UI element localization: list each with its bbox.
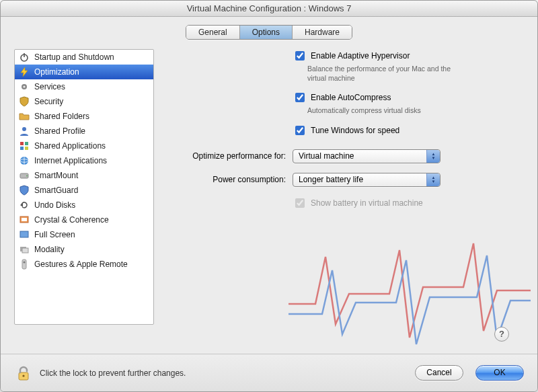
sidebar-item-internet-applications[interactable]: Internet Applications <box>15 153 153 168</box>
svg-rect-21 <box>22 260 26 269</box>
sidebar-item-label: Full Screen <box>34 230 75 239</box>
select-stepper-icon: ▲▼ <box>426 150 440 163</box>
sidebar-item-smartguard[interactable]: SmartGuard <box>15 183 153 198</box>
sidebar-item-label: Gestures & Apple Remote <box>34 260 128 269</box>
sidebar-item-label: SmartGuard <box>34 186 78 195</box>
svg-point-24 <box>22 375 24 377</box>
bolt-icon <box>19 67 30 77</box>
sidebar-item-shared-applications[interactable]: Shared Applications <box>15 139 153 153</box>
help-button[interactable]: ? <box>494 327 509 342</box>
autocompress-checkbox[interactable] <box>295 93 305 102</box>
sidebar-item-label: SmartMount <box>34 171 78 180</box>
svg-point-5 <box>22 127 26 131</box>
sidebar-item-label: Optimization <box>34 67 79 77</box>
footer-bar: Click the lock to prevent further change… <box>1 354 537 391</box>
tab-general[interactable]: General <box>186 26 240 39</box>
profile-icon <box>19 126 30 136</box>
content-area: Startup and ShutdownOptimizationServices… <box>1 40 537 354</box>
tab-options[interactable]: Options <box>240 26 293 39</box>
svg-rect-9 <box>25 147 28 150</box>
autocompress-checkbox-row[interactable]: Enable AutoCompress <box>293 91 524 104</box>
remote-icon <box>19 259 30 270</box>
sidebar-item-label: Undo Disks <box>34 200 75 210</box>
sidebar-item-label: Crystal & Coherence <box>34 215 109 225</box>
svg-rect-8 <box>20 147 24 150</box>
sidebar-item-label: Shared Applications <box>34 141 106 151</box>
sidebar-item-label: Shared Profile <box>34 126 85 136</box>
apps-icon <box>19 141 30 151</box>
select-stepper-icon: ▲▼ <box>426 173 440 186</box>
options-sidebar[interactable]: Startup and ShutdownOptimizationServices… <box>14 49 154 325</box>
sidebar-item-optimization[interactable]: Optimization <box>15 65 153 79</box>
autocompress-hint: Automatically compress virtual disks <box>307 106 469 115</box>
autocompress-label: Enable AutoCompress <box>311 93 391 102</box>
tab-segment: General Options Hardware <box>186 25 352 40</box>
battery-checkbox <box>295 198 305 208</box>
window-title: Virtual Machine Configuration : Windows … <box>1 1 537 17</box>
svg-rect-17 <box>22 218 27 221</box>
sidebar-item-label: Modality <box>34 245 65 254</box>
sidebar-item-services[interactable]: Services <box>15 79 153 94</box>
battery-label: Show battery in virtual machine <box>311 198 423 208</box>
detail-pane: Enable Adaptive Hypervisor Balance the p… <box>165 49 524 351</box>
sidebar-item-security[interactable]: Security <box>15 94 153 109</box>
drive-icon <box>19 170 30 181</box>
sidebar-item-label: Services <box>34 82 65 91</box>
svg-point-22 <box>24 262 26 264</box>
svg-point-14 <box>26 175 28 177</box>
tune-checkbox[interactable] <box>295 126 305 135</box>
svg-rect-20 <box>22 248 28 253</box>
fullscreen-icon <box>19 229 30 240</box>
svg-point-4 <box>23 85 25 87</box>
sidebar-item-label: Startup and Shutdown <box>34 52 114 62</box>
sidebar-item-shared-profile[interactable]: Shared Profile <box>15 124 153 139</box>
sidebar-item-modality[interactable]: Modality <box>15 242 153 257</box>
hypervisor-hint: Balance the performance of your Mac and … <box>307 64 469 83</box>
config-window: Virtual Machine Configuration : Windows … <box>0 0 538 392</box>
tab-hardware[interactable]: Hardware <box>293 26 352 39</box>
svg-marker-2 <box>21 67 28 77</box>
sidebar-item-undo-disks[interactable]: Undo Disks <box>15 198 153 212</box>
power-label: Power consumption: <box>171 175 286 184</box>
tune-checkbox-row[interactable]: Tune Windows for speed <box>293 124 524 137</box>
power-select[interactable]: Longer battery life ▲▼ <box>293 173 440 187</box>
hypervisor-checkbox[interactable] <box>295 51 305 61</box>
sidebar-item-label: Shared Folders <box>34 112 89 121</box>
power-icon <box>19 52 30 63</box>
sidebar-item-crystal-coherence[interactable]: Crystal & Coherence <box>15 212 153 227</box>
perf-label: Optimize performance for: <box>171 151 286 161</box>
globe-icon <box>19 155 30 166</box>
perf-value: Virtual machine <box>299 151 354 161</box>
cancel-button[interactable]: Cancel <box>415 365 463 381</box>
footer-text: Click the lock to prevent further change… <box>40 368 403 378</box>
shield-icon <box>19 96 30 107</box>
svg-rect-7 <box>25 142 28 145</box>
power-value: Longer battery life <box>299 175 363 184</box>
sidebar-item-shared-folders[interactable]: Shared Folders <box>15 109 153 124</box>
svg-rect-18 <box>20 231 28 237</box>
tune-label: Tune Windows for speed <box>311 126 399 135</box>
sidebar-item-startup-and-shutdown[interactable]: Startup and Shutdown <box>15 50 153 65</box>
sidebar-item-full-screen[interactable]: Full Screen <box>15 227 153 242</box>
crystal-icon <box>19 214 30 225</box>
tab-bar: General Options Hardware <box>1 25 537 40</box>
folder-icon <box>19 111 30 122</box>
hypervisor-label: Enable Adaptive Hypervisor <box>311 51 410 61</box>
sidebar-item-label: Security <box>34 97 63 106</box>
gear-icon <box>19 81 30 92</box>
guard-icon <box>19 185 30 196</box>
hypervisor-checkbox-row[interactable]: Enable Adaptive Hypervisor <box>293 49 524 63</box>
svg-rect-6 <box>20 142 24 145</box>
sidebar-item-label: Internet Applications <box>34 156 107 165</box>
sidebar-item-gestures-apple-remote[interactable]: Gestures & Apple Remote <box>15 257 153 272</box>
perf-select[interactable]: Virtual machine ▲▼ <box>293 149 440 163</box>
undo-icon <box>19 200 30 210</box>
lock-icon[interactable] <box>14 364 33 383</box>
watermark-waveform-icon <box>289 223 531 358</box>
modality-icon <box>19 244 30 255</box>
ok-button[interactable]: OK <box>475 365 524 381</box>
sidebar-item-smartmount[interactable]: SmartMount <box>15 168 153 183</box>
